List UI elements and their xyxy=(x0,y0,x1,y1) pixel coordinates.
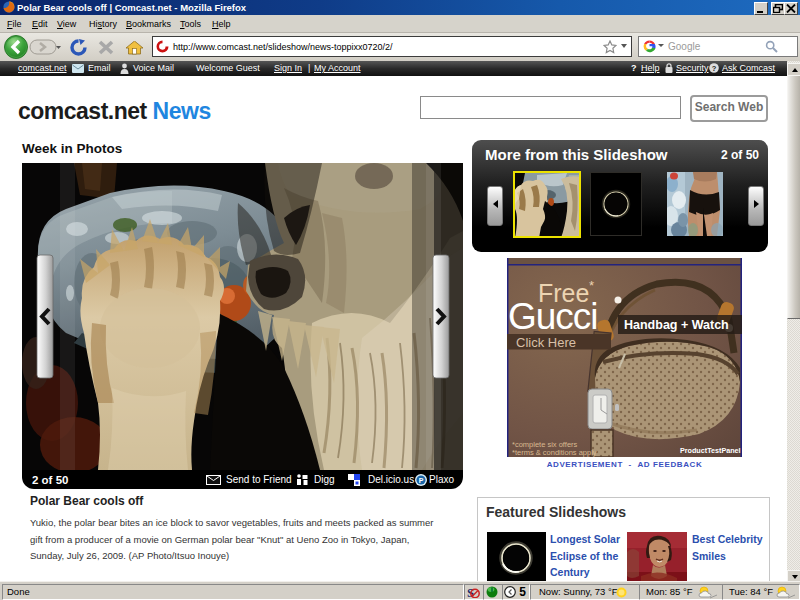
svg-text:?: ? xyxy=(712,64,717,73)
svg-text:ProductTestPanel: ProductTestPanel xyxy=(680,446,741,455)
svg-text:Gucci: Gucci xyxy=(508,296,598,337)
svg-text:P: P xyxy=(419,477,424,484)
svg-text:*: * xyxy=(589,278,594,293)
svg-text:Click Here: Click Here xyxy=(516,335,576,350)
svg-text:Handbag + Watch: Handbag + Watch xyxy=(624,318,729,332)
svg-text:*terms & conditions apply: *terms & conditions apply xyxy=(512,448,597,457)
